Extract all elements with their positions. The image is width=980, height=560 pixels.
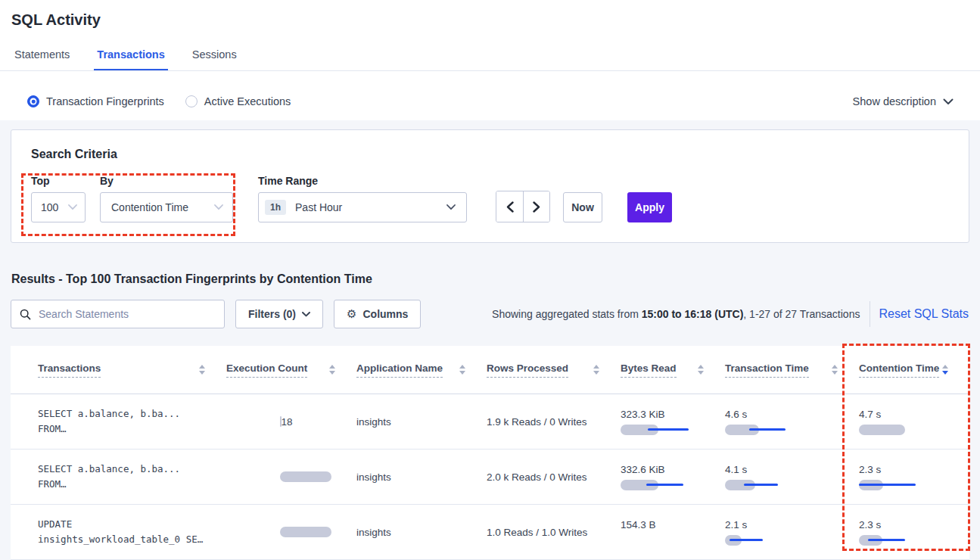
rows-processed-cell: 2.0 k Reads / 0 Writes bbox=[487, 471, 621, 483]
rows-processed-value: 2.0 k Reads / 0 Writes bbox=[487, 471, 611, 483]
sort-up-arrow bbox=[698, 365, 704, 369]
column-header-transaction-time[interactable]: Transaction Time bbox=[725, 362, 859, 378]
filters-button-label: Filters (0) bbox=[248, 308, 296, 320]
column-header-execution-count[interactable]: Execution Count bbox=[226, 362, 356, 378]
column-header-label: Transactions bbox=[38, 362, 101, 378]
transactions-table: TransactionsExecution CountApplication N… bbox=[11, 346, 969, 560]
contention-time-cell: 2.3 s bbox=[859, 519, 969, 546]
sort-up-arrow bbox=[832, 365, 838, 369]
column-header-contention-time[interactable]: Contention Time bbox=[859, 362, 969, 378]
column-header-transactions[interactable]: Transactions bbox=[38, 362, 226, 378]
table-row[interactable]: SELECT a.balance, b.ba...FROM…18insights… bbox=[11, 394, 969, 450]
sort-icon[interactable] bbox=[593, 365, 599, 375]
time-nav-group bbox=[496, 191, 550, 222]
column-header-application-name[interactable]: Application Name bbox=[356, 362, 487, 378]
by-field-label: By bbox=[100, 175, 233, 187]
radio-icon bbox=[27, 95, 39, 107]
by-field: By Contention Time bbox=[100, 175, 233, 222]
rows-processed-cell: 1.0 Reads / 1.0 Writes bbox=[487, 527, 621, 538]
column-header-rows-processed[interactable]: Rows Processed bbox=[487, 362, 621, 378]
bytes-read-bar bbox=[621, 480, 716, 490]
apply-button[interactable]: Apply bbox=[627, 192, 672, 222]
transaction-time-cell: 4.1 s bbox=[725, 464, 859, 490]
chevron-down-icon bbox=[68, 204, 77, 210]
std-dev-line bbox=[646, 484, 683, 486]
transaction-time-cell: 4.6 s bbox=[725, 409, 859, 435]
transaction-fingerprint-cell[interactable]: SELECT a.balance, b.ba...FROM… bbox=[38, 406, 226, 437]
columns-button[interactable]: ⚙ Columns bbox=[334, 300, 421, 328]
tab-sessions[interactable]: Sessions bbox=[189, 48, 240, 70]
radio-label: Active Executions bbox=[204, 95, 291, 107]
execution-count-bar bbox=[280, 527, 341, 537]
application-name-cell: insights bbox=[356, 471, 487, 483]
column-header-label: Transaction Time bbox=[725, 362, 809, 378]
radio-icon bbox=[185, 95, 198, 107]
transaction-time-bar bbox=[725, 480, 850, 490]
search-icon bbox=[20, 309, 31, 320]
sql-activity-page: SQL Activity StatementsTransactionsSessi… bbox=[0, 0, 980, 560]
tab-statements[interactable]: Statements bbox=[11, 48, 73, 70]
top-select[interactable]: 100 bbox=[31, 192, 86, 222]
column-header-bytes-read[interactable]: Bytes Read bbox=[621, 362, 725, 378]
chevron-down-icon bbox=[302, 312, 310, 317]
sort-down-arrow bbox=[942, 371, 948, 375]
tab-transactions[interactable]: Transactions bbox=[94, 48, 167, 70]
sort-down-arrow bbox=[832, 371, 838, 375]
table-row[interactable]: UPDATEinsights_workload_table_0 SE…2kins… bbox=[11, 505, 969, 560]
results-heading: Results - Top 100 Transaction Fingerprin… bbox=[11, 272, 980, 286]
filters-button[interactable]: Filters (0) bbox=[235, 300, 323, 328]
top-field-label: Top bbox=[31, 175, 86, 187]
sort-icon[interactable] bbox=[832, 365, 838, 375]
reset-sql-stats-link[interactable]: Reset SQL Stats bbox=[879, 307, 969, 321]
sort-down-arrow bbox=[459, 371, 465, 375]
bytes-read-value: 332.6 KiB bbox=[621, 464, 716, 475]
sort-icon[interactable] bbox=[698, 365, 704, 375]
page-header: SQL Activity StatementsTransactionsSessi… bbox=[0, 0, 980, 71]
search-criteria-heading: Search Criteria bbox=[31, 148, 969, 161]
chevron-down-icon bbox=[943, 98, 954, 105]
radio-option-active-executions[interactable]: Active Executions bbox=[185, 95, 291, 107]
rows-processed-cell: 1.9 k Reads / 0 Writes bbox=[487, 416, 621, 428]
contention-time-bar bbox=[859, 535, 960, 546]
now-button[interactable]: Now bbox=[563, 192, 602, 222]
contention-time-value: 2.3 s bbox=[859, 519, 960, 530]
search-criteria-card: Search Criteria Top 100 By Contention Ti… bbox=[11, 129, 969, 243]
contention-time-value: 4.7 s bbox=[859, 409, 960, 420]
aggregated-stats-text: Showing aggregated stats from 15:00 to 1… bbox=[492, 308, 860, 320]
time-next-button[interactable] bbox=[523, 191, 549, 222]
transaction-fingerprint-cell[interactable]: SELECT a.balance, b.ba...FROM… bbox=[38, 462, 226, 492]
execution-count-cell: 2k bbox=[226, 527, 356, 538]
transaction-time-value: 4.1 s bbox=[725, 464, 850, 475]
sort-icon[interactable] bbox=[199, 365, 205, 375]
sort-icon[interactable] bbox=[459, 365, 465, 375]
show-description-toggle[interactable]: Show description bbox=[853, 95, 954, 107]
std-dev-line bbox=[859, 484, 916, 486]
transaction-time-bar bbox=[725, 535, 850, 546]
sql-line: FROM… bbox=[38, 422, 217, 437]
sort-icon[interactable] bbox=[329, 365, 335, 375]
search-statements-input[interactable] bbox=[11, 300, 225, 328]
by-select[interactable]: Contention Time bbox=[100, 192, 233, 222]
radio-option-transaction-fingerprints[interactable]: Transaction Fingerprints bbox=[27, 95, 164, 107]
transaction-fingerprint-cell[interactable]: UPDATEinsights_workload_table_0 SE… bbox=[38, 517, 226, 547]
page-title: SQL Activity bbox=[0, 0, 980, 29]
bytes-read-bar bbox=[621, 425, 716, 435]
rows-processed-value: 1.9 k Reads / 0 Writes bbox=[487, 416, 611, 428]
sort-down-arrow bbox=[199, 371, 205, 375]
search-criteria-fields: Top 100 By Contention Time bbox=[31, 175, 969, 222]
transaction-time-value: 4.6 s bbox=[725, 409, 850, 420]
distribution-bar bbox=[280, 416, 282, 427]
execution-count-cell: 2k bbox=[226, 471, 356, 483]
bytes-read-cell: 332.6 KiB bbox=[621, 464, 725, 490]
table-row[interactable]: SELECT a.balance, b.ba...FROM…2kinsights… bbox=[11, 450, 969, 505]
time-range-select[interactable]: 1h Past Hour bbox=[258, 192, 467, 222]
table-header-row: TransactionsExecution CountApplication N… bbox=[11, 346, 969, 394]
column-header-label: Contention Time bbox=[859, 362, 939, 378]
show-description-label: Show description bbox=[853, 95, 936, 107]
time-prev-button[interactable] bbox=[496, 191, 523, 222]
column-header-label: Application Name bbox=[356, 362, 443, 378]
sql-line: FROM… bbox=[38, 477, 217, 492]
time-range-field: Time Range 1h Past Hour bbox=[258, 175, 467, 222]
bytes-read-bar bbox=[621, 535, 716, 546]
sort-icon[interactable] bbox=[942, 365, 948, 375]
